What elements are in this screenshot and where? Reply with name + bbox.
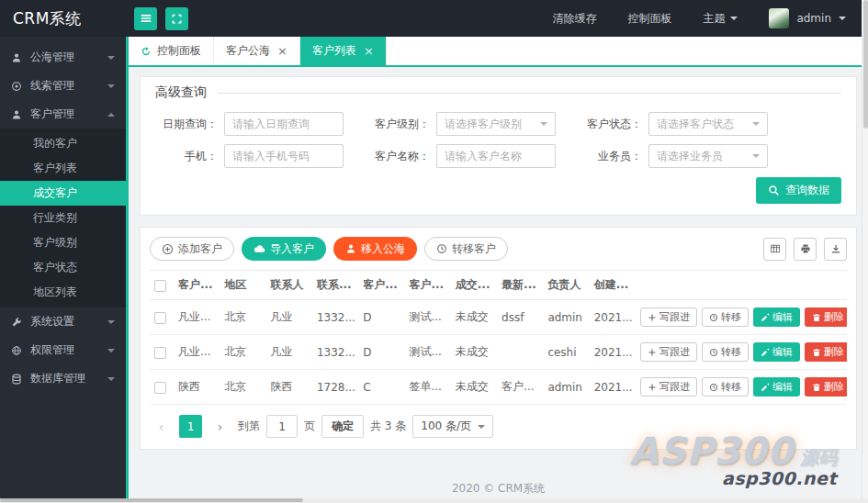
transfer-label: 转移 (721, 310, 741, 324)
sidebar-item-customers[interactable]: 客户管理 (0, 100, 126, 129)
export-button[interactable] (824, 238, 847, 261)
customer-level-select[interactable]: 请选择客户级别 (436, 112, 556, 136)
mobile-input[interactable] (224, 144, 344, 168)
import-customer-button[interactable]: 导入客户 (242, 237, 326, 261)
column-header[interactable]: 最新... (497, 271, 543, 300)
customer-name-input[interactable] (436, 144, 556, 168)
follow-up-label: 写跟进 (659, 345, 690, 359)
add-customer-label: 添加客户 (178, 241, 222, 257)
avatar[interactable] (769, 8, 789, 28)
cell: 测试... (404, 300, 450, 335)
customer-status-select[interactable]: 请选择客户状态 (648, 112, 768, 136)
transfer-button[interactable]: 转移 (702, 342, 749, 362)
submenu-item-region-list[interactable]: 地区列表 (0, 280, 126, 305)
edit-button[interactable]: 编辑 (753, 342, 800, 362)
fullscreen-button[interactable] (165, 7, 188, 30)
close-icon[interactable]: × (277, 44, 287, 58)
tab-dashboard[interactable]: 控制面板 (129, 37, 214, 65)
column-header[interactable]: 地区 (220, 271, 265, 300)
control-panel-link[interactable]: 控制面板 (627, 11, 671, 27)
column-header[interactable]: 客户... (404, 271, 450, 300)
search-button[interactable]: 查询数据 (756, 177, 841, 204)
search-button-label: 查询数据 (785, 183, 829, 198)
control-panel-label: 控制面板 (627, 11, 671, 27)
vertical-scrollbar[interactable] (862, 0, 868, 503)
chevron-down-icon (478, 425, 485, 432)
follow-up-button[interactable]: 写跟进 (640, 342, 697, 362)
column-header[interactable]: 联系... (312, 271, 358, 300)
column-header[interactable]: 负责人 (543, 271, 589, 300)
compass-icon (11, 81, 22, 92)
delete-label: 删除 (824, 345, 844, 359)
transfer-customer-button[interactable]: 转移客户 (424, 237, 508, 261)
sidebar-item-label: 公海管理 (30, 50, 99, 65)
submenu-item-customer-level[interactable]: 客户级别 (0, 230, 126, 255)
trash-icon (812, 348, 821, 357)
sidebar-item-permissions[interactable]: 权限管理 (0, 336, 126, 364)
column-header[interactable]: 客户... (358, 271, 404, 300)
follow-up-button[interactable]: 写跟进 (640, 307, 697, 327)
theme-dropdown[interactable]: 主题 (703, 11, 738, 27)
chevron-down-icon (839, 17, 846, 24)
submenu-item-my-customers[interactable]: 我的客户 (0, 131, 126, 156)
submenu-item-customer-status[interactable]: 客户状态 (0, 255, 126, 280)
goto-page-input[interactable] (266, 415, 298, 438)
submenu-item-industry-category[interactable]: 行业类别 (0, 206, 126, 230)
prev-page-button[interactable]: ‹ (150, 415, 173, 438)
delete-button[interactable]: 删除 (805, 377, 847, 397)
expand-icon (171, 13, 183, 25)
legend-line (218, 93, 841, 94)
select-row-checkbox[interactable] (154, 312, 166, 324)
tab-customer-list[interactable]: 客户列表 × (300, 37, 387, 65)
select-row-checkbox[interactable] (154, 382, 166, 394)
app-logo: CRM系统 (0, 8, 126, 29)
columns-toggle-button[interactable] (763, 238, 786, 261)
move-to-pool-button[interactable]: 移入公海 (333, 237, 417, 261)
scrollbar-thumb[interactable] (0, 498, 303, 502)
user-menu[interactable]: admin (769, 8, 846, 28)
sidebar-item-database[interactable]: 数据库管理 (0, 364, 126, 393)
submenu-item-closed-customers[interactable]: 成交客户 (0, 181, 126, 206)
sidebar-toggle-button[interactable] (134, 7, 157, 30)
sidebar-item-system-settings[interactable]: 系统设置 (0, 307, 126, 336)
delete-button[interactable]: 删除 (805, 307, 847, 327)
per-page-select[interactable]: 100 条/页 (412, 415, 493, 438)
date-query-input[interactable] (224, 112, 344, 136)
clear-cache-link[interactable]: 清除缓存 (552, 11, 596, 27)
select-all-checkbox[interactable] (154, 280, 166, 292)
cell: D (358, 335, 404, 370)
sidebar-item-leads[interactable]: 线索管理 (0, 72, 126, 100)
edit-button[interactable]: 编辑 (753, 307, 800, 327)
next-page-button[interactable]: › (209, 415, 231, 438)
edit-button[interactable]: 编辑 (753, 377, 800, 397)
tab-customer-pool[interactable]: 客户公海 × (214, 37, 300, 65)
delete-button[interactable]: 删除 (805, 342, 847, 362)
page-button-1[interactable]: 1 (179, 415, 202, 438)
person-icon (11, 52, 22, 63)
column-header[interactable]: 客户... (174, 271, 220, 300)
select-row-checkbox[interactable] (154, 347, 166, 359)
scrollbar-thumb[interactable] (863, 0, 868, 129)
close-icon[interactable]: × (364, 44, 374, 58)
column-header[interactable]: 创建... (590, 271, 636, 300)
print-button[interactable] (794, 238, 817, 261)
search-icon (768, 184, 780, 196)
horizontal-scrollbar[interactable] (0, 498, 868, 503)
cell: 签单... (404, 370, 450, 405)
follow-up-button[interactable]: 写跟进 (640, 377, 697, 397)
column-header[interactable]: 成交... (451, 271, 497, 300)
goto-confirm-button[interactable]: 确定 (321, 415, 364, 438)
transfer-button[interactable]: 转移 (702, 377, 749, 397)
import-customer-label: 导入客户 (270, 241, 314, 257)
add-customer-button[interactable]: 添加客户 (150, 237, 234, 261)
sidebar-item-public-pool[interactable]: 公海管理 (0, 43, 126, 72)
salesman-select[interactable]: 请选择业务员 (648, 144, 768, 168)
column-header[interactable]: 联系人 (266, 271, 312, 300)
content-area: 高级查询 日期查询： 客户级别： 请选择客户级别 (129, 67, 868, 503)
chevron-down-icon (752, 154, 760, 162)
move-to-pool-label: 移入公海 (361, 241, 405, 257)
transfer-button[interactable]: 转移 (702, 307, 749, 327)
submenu-item-customer-list[interactable]: 客户列表 (0, 156, 126, 181)
customer-status-label: 客户状态： (580, 117, 648, 132)
person-icon (345, 243, 356, 254)
